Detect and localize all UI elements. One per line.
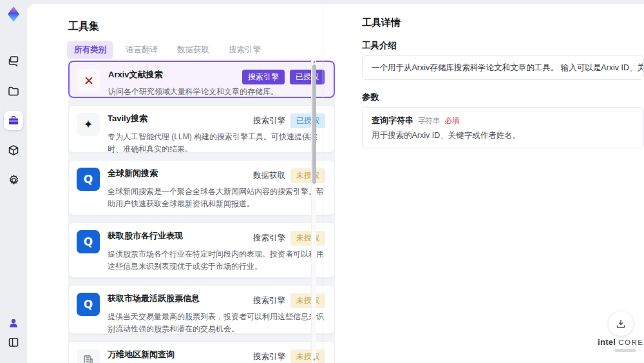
param-desc: 用于搜索的Arxiv ID、关键字或作者姓名。 bbox=[372, 130, 634, 141]
tool-name: 获取市场最活跃股票信息 bbox=[108, 293, 200, 304]
download-icon bbox=[616, 319, 626, 329]
tavily-star-icon: ✦ bbox=[77, 113, 100, 136]
tool-auth-badge: 已授权 bbox=[290, 70, 325, 84]
intel-logo-subline bbox=[614, 349, 636, 352]
param-card: 查询字符串 字符串 必填 用于搜索的Arxiv ID、关键字或作者姓名。 bbox=[362, 107, 644, 148]
tool-card-stock-sector[interactable]: Q 获取股市各行业表现 搜索引擎 未授权 提供股票市场各个行业在特定时间段内的表… bbox=[68, 222, 335, 278]
tab-all-categories[interactable]: 所有类别 bbox=[67, 41, 113, 59]
list-scrollbar[interactable]: ▲ ▼ bbox=[311, 58, 316, 363]
main-surface: 工具集 所有类别 语言翻译 数据获取 搜索引擎 ✕ Arxiv文献搜索 搜索引擎… bbox=[27, 4, 644, 363]
blue-q-logo-icon: Q bbox=[77, 230, 100, 253]
param-type: 字符串 bbox=[418, 116, 440, 126]
tool-auth-badge: 未授权 bbox=[290, 168, 325, 183]
tool-desc: 提供当天交易量最高的股票列表，投资者可以利用这些信息来识别流动性强的股票和潜在的… bbox=[108, 311, 325, 335]
tool-card-arxiv[interactable]: ✕ Arxiv文献搜索 搜索引擎 已授权 访问各个研究领域大量科学论文和文章的存… bbox=[68, 61, 335, 98]
briefcase-icon bbox=[8, 115, 19, 126]
tool-name: Arxiv文献搜索 bbox=[108, 69, 163, 81]
scroll-up-arrow[interactable]: ▲ bbox=[312, 59, 316, 63]
intel-brand-text: intel bbox=[598, 337, 616, 347]
sidebar-item-models[interactable] bbox=[4, 141, 23, 160]
tool-name: 全球新闻搜索 bbox=[108, 168, 158, 179]
app-root: 工具集 所有类别 语言翻译 数据获取 搜索引擎 ✕ Arxiv文献搜索 搜索引擎… bbox=[0, 0, 644, 363]
intel-core-logo: intel core bbox=[598, 337, 639, 352]
tab-language-translation[interactable]: 语言翻译 bbox=[118, 41, 165, 59]
tool-list: ✕ Arxiv文献搜索 搜索引擎 已授权 访问各个研究领域大量科学论文和文章的存… bbox=[68, 61, 335, 363]
sidebar-item-chat[interactable] bbox=[4, 52, 23, 71]
folder-icon bbox=[8, 85, 19, 97]
tool-category: 数据获取 bbox=[253, 170, 285, 181]
scroll-down-arrow[interactable]: ▼ bbox=[312, 358, 316, 362]
tool-auth-badge: 已授权 bbox=[290, 113, 325, 128]
details-title: 工具详情 bbox=[362, 17, 401, 29]
core-brand-text: core bbox=[618, 338, 643, 346]
tool-name: Tavily搜索 bbox=[108, 113, 147, 124]
cube-icon bbox=[8, 144, 19, 156]
tool-card-tavily[interactable]: ✦ Tavily搜索 搜索引擎 已授权 专为人工智能代理 (LLM) 构建的搜索… bbox=[68, 105, 335, 153]
page-title: 工具集 bbox=[68, 20, 99, 34]
category-tabs: 所有类别 语言翻译 数据获取 搜索引擎 bbox=[67, 41, 268, 59]
param-name: 查询字符串 bbox=[372, 115, 413, 126]
tool-category: 搜索引擎 bbox=[253, 351, 285, 362]
tool-desc: 访问各个研究领域大量科学论文和文章的存储库。 bbox=[108, 86, 325, 98]
tool-card-global-news[interactable]: Q 全球新闻搜索 数据获取 未授权 全球新闻搜索是一个聚合全球各大新闻网站内容的… bbox=[68, 160, 335, 215]
app-logo bbox=[5, 5, 23, 23]
intro-heading: 工具介绍 bbox=[362, 40, 397, 52]
tool-auth-badge: 未授权 bbox=[290, 349, 325, 363]
gear-icon bbox=[8, 174, 20, 186]
sidebar-item-tools[interactable] bbox=[4, 111, 23, 130]
blue-q-logo-icon: Q bbox=[77, 168, 100, 191]
intro-box: 一个用于从Arxiv存储库搜索科学论文和文章的工具。 输入可以是Arxiv ID… bbox=[362, 55, 644, 80]
tool-card-regional-news[interactable]: 万维地区新闻查询 搜索引擎 未授权 查询具体行政区划内的新闻，快速了解各地新闻动 bbox=[68, 341, 335, 363]
tool-name: 获取股市各行业表现 bbox=[108, 230, 183, 242]
user-icon bbox=[8, 317, 19, 329]
param-required-badge: 必填 bbox=[445, 116, 460, 126]
sidebar-item-collapse-panel[interactable] bbox=[4, 333, 23, 352]
sidebar-item-settings[interactable] bbox=[4, 170, 23, 190]
tab-data-fetch[interactable]: 数据获取 bbox=[170, 41, 216, 59]
panel-divider bbox=[323, 4, 323, 363]
download-button[interactable] bbox=[609, 311, 633, 336]
arxiv-logo-icon: ✕ bbox=[77, 69, 100, 92]
tool-auth-badge: 未授权 bbox=[290, 231, 325, 246]
newspaper-icon bbox=[77, 349, 100, 363]
tool-category: 搜索引擎 bbox=[253, 295, 285, 306]
tool-category-badge: 搜索引擎 bbox=[242, 70, 285, 84]
tool-desc: 专为人工智能代理 (LLM) 构建的搜索引擎工具。可快速提供实时、准确和真实的结… bbox=[108, 131, 325, 155]
panel-left-icon bbox=[8, 337, 19, 348]
tool-desc: 提供股票市场各个行业在特定时间段内的表现。投资者可以利用这些信息来识别表现优于或… bbox=[108, 248, 325, 272]
tool-desc: 全球新闻搜索是一个聚合全球各大新闻网站内容的搜索引擎。帮助用户快速获取全球最新资… bbox=[108, 186, 325, 210]
sidebar-item-files[interactable] bbox=[4, 81, 23, 101]
params-heading: 参数 bbox=[362, 92, 379, 103]
tab-search-engine[interactable]: 搜索引擎 bbox=[222, 41, 268, 59]
tool-card-most-active-stocks[interactable]: Q 获取市场最活跃股票信息 搜索引擎 未授权 提供当天交易量最高的股票列表，投资… bbox=[68, 285, 335, 334]
tool-category: 搜索引擎 bbox=[253, 115, 285, 126]
tool-auth-badge: 未授权 bbox=[290, 293, 325, 308]
sidebar-item-account[interactable] bbox=[4, 313, 23, 333]
tool-category: 搜索引擎 bbox=[253, 233, 285, 244]
scrollbar-thumb[interactable] bbox=[312, 64, 316, 184]
left-rail bbox=[0, 0, 27, 363]
blue-q-logo-icon: Q bbox=[77, 293, 100, 316]
chat-icon bbox=[8, 55, 19, 67]
tool-name: 万维地区新闻查询 bbox=[108, 349, 175, 360]
tool-details-panel: 工具详情 工具介绍 一个用于从Arxiv存储库搜索科学论文和文章的工具。 输入可… bbox=[335, 4, 644, 363]
